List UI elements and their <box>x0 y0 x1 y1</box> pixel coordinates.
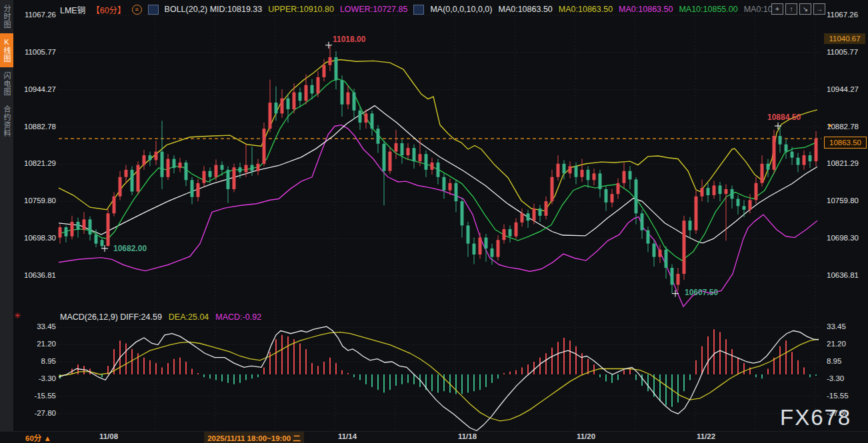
candle-body <box>557 164 560 177</box>
candle-body <box>185 163 188 180</box>
scale-down-icon[interactable]: ↘ <box>799 3 811 15</box>
chart-canvas[interactable] <box>0 0 868 443</box>
period-label[interactable]: 60分 ▲ <box>25 432 51 443</box>
candle-body <box>797 158 800 165</box>
candle-body <box>167 159 170 177</box>
candle-body <box>287 99 290 109</box>
candle-body <box>341 80 344 104</box>
macd-alert-icon[interactable]: ✳ <box>14 311 21 320</box>
axis-tick-label: 33.45 <box>827 322 867 330</box>
candle-body <box>275 103 278 113</box>
date-tick-label: 11/08 <box>99 432 118 440</box>
candle-body <box>755 183 758 200</box>
candle-body <box>491 248 494 257</box>
candle-body <box>311 85 314 94</box>
candle-body <box>179 163 182 168</box>
candle-body <box>131 170 134 192</box>
candle-body <box>383 144 386 171</box>
candle-body <box>221 165 224 170</box>
candle-body <box>155 152 158 161</box>
candle-body <box>305 85 308 101</box>
candle-body <box>479 238 482 254</box>
candle-body <box>371 113 374 129</box>
sidebar-item-kline-chart[interactable]: K线图 <box>0 33 13 67</box>
candle-body <box>731 189 734 199</box>
ma-value-magenta: MA0:10863.50 <box>619 5 673 14</box>
candle-body <box>671 268 674 284</box>
candle-body <box>809 155 812 161</box>
candle-body <box>803 155 806 165</box>
candle-body <box>419 154 422 161</box>
candle-body <box>413 148 416 161</box>
candle-body <box>467 225 470 243</box>
candle-body <box>347 93 350 105</box>
candle-body <box>65 227 68 236</box>
candle-body <box>377 129 380 144</box>
candle-body <box>149 155 152 160</box>
candle-body <box>59 227 62 237</box>
candle-body <box>455 183 458 201</box>
candle-body <box>725 189 728 194</box>
candle-body <box>293 93 296 109</box>
symbol-name: LME铜 <box>60 3 85 16</box>
move-crosshair-icon[interactable]: + <box>771 3 783 15</box>
candle-body <box>335 57 338 81</box>
candle-body <box>599 173 602 189</box>
axis-tick-label: 10636.81 <box>827 271 867 279</box>
candle-body <box>143 155 146 165</box>
candle-body <box>719 185 722 194</box>
macd-diff-value: MACD(26,12,9) DIFF:24.59 <box>60 312 162 322</box>
candle-body <box>497 240 500 256</box>
candle-body <box>785 145 788 152</box>
scale-up-icon[interactable]: ↑ <box>785 3 797 15</box>
ma-indicator-icon[interactable] <box>413 5 424 15</box>
candle-body <box>317 77 320 94</box>
period-tag[interactable]: 【60分】 <box>91 3 125 16</box>
candle-body <box>449 183 452 191</box>
candle-body <box>713 185 716 195</box>
candle-body <box>77 222 80 230</box>
axis-tick-label: 10759.80 <box>827 197 867 205</box>
candle-body <box>533 209 536 221</box>
candle-body <box>623 171 626 183</box>
candle-body <box>743 206 746 209</box>
candle-body <box>695 197 698 230</box>
reference-price-badge: 11040.67 <box>824 33 865 44</box>
candle-body <box>815 139 818 161</box>
candle-body <box>707 188 710 195</box>
boll-lower-value: LOWER:10727.85 <box>340 5 407 14</box>
candle-body <box>161 152 164 177</box>
candle-body <box>587 170 590 180</box>
date-tick-label: 11/14 <box>338 432 357 440</box>
pan-right-icon[interactable]: → <box>813 3 825 15</box>
axis-tick-label: 10698.30 <box>827 234 867 242</box>
indicator-line <box>59 125 817 307</box>
candle-body <box>791 152 794 158</box>
sidebar-item-contract-info[interactable]: 合约资料 <box>0 101 13 142</box>
candle-body <box>563 164 566 174</box>
low-annotation-10607: 10607.50 <box>685 288 718 297</box>
candle-body <box>647 230 650 244</box>
axis-tick-label: 8.95 <box>827 357 867 365</box>
settings-circle-icon[interactable]: ≡ <box>132 5 142 15</box>
candle-body <box>581 170 584 177</box>
candle-body <box>641 213 644 230</box>
candle-body <box>461 201 464 225</box>
date-tick-label: 11/20 <box>577 432 595 440</box>
candle-body <box>683 221 686 274</box>
candle-body <box>173 159 176 169</box>
candle-body <box>269 103 272 129</box>
candle-body <box>251 165 254 171</box>
candle-body <box>215 165 218 177</box>
sidebar-item-lightning-chart[interactable]: 闪电图 <box>0 67 13 101</box>
high-annotation-11018: 11018.00 <box>333 35 365 44</box>
candle-body <box>209 171 212 177</box>
candle-body <box>95 234 98 244</box>
candle-body <box>365 113 368 123</box>
boll-indicator-icon[interactable] <box>148 5 159 15</box>
sidebar-item-time-chart[interactable]: 分时图 <box>0 0 13 33</box>
candle-body <box>101 240 104 246</box>
axis-tick-label: 11005.77 <box>827 48 867 56</box>
low-annotation-10682: 10682.00 <box>113 244 147 253</box>
axis-tick-label: 21.20 <box>827 340 867 348</box>
